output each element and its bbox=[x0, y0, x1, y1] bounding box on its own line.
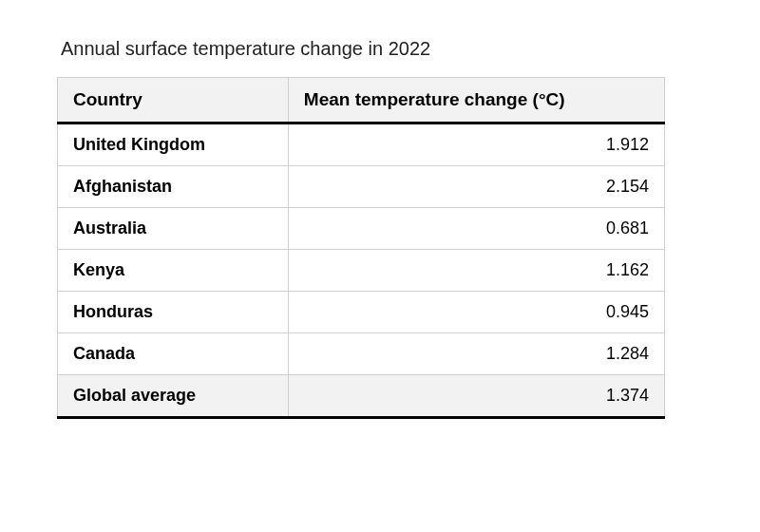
table-row: Afghanistan 2.154 bbox=[58, 166, 665, 208]
cell-value: 1.162 bbox=[288, 250, 664, 292]
table-row: Canada 1.284 bbox=[58, 333, 665, 375]
cell-country: Australia bbox=[58, 208, 289, 250]
table-header-row: Country Mean temperature change (°C) bbox=[58, 78, 665, 124]
table-row: Honduras 0.945 bbox=[58, 292, 665, 333]
cell-country: Afghanistan bbox=[58, 166, 289, 208]
cell-summary-value: 1.374 bbox=[288, 375, 664, 418]
cell-country: Canada bbox=[58, 333, 289, 375]
cell-summary-label: Global average bbox=[58, 375, 289, 418]
cell-country: Honduras bbox=[58, 292, 289, 333]
table-row: Kenya 1.162 bbox=[58, 250, 665, 292]
table-row-summary: Global average 1.374 bbox=[58, 375, 665, 418]
cell-value: 1.284 bbox=[288, 333, 664, 375]
header-value: Mean temperature change (°C) bbox=[288, 78, 664, 124]
header-country: Country bbox=[58, 78, 289, 124]
cell-value: 0.945 bbox=[288, 292, 664, 333]
cell-country: United Kingdom bbox=[58, 124, 289, 166]
temperature-table: Country Mean temperature change (°C) Uni… bbox=[57, 77, 665, 419]
cell-value: 1.912 bbox=[288, 124, 664, 166]
cell-value: 2.154 bbox=[288, 166, 664, 208]
table-row: Australia 0.681 bbox=[58, 208, 665, 250]
table-row: United Kingdom 1.912 bbox=[58, 124, 665, 166]
cell-country: Kenya bbox=[58, 250, 289, 292]
cell-value: 0.681 bbox=[288, 208, 664, 250]
table-title: Annual surface temperature change in 202… bbox=[57, 38, 703, 60]
